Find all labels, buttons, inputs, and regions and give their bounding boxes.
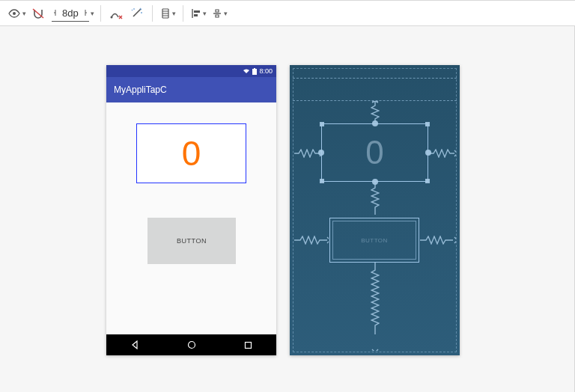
orientation-button[interactable] — [28, 3, 49, 24]
constraint-spring-icon — [420, 236, 456, 245]
clear-constraints-button[interactable] — [106, 3, 127, 24]
status-bar: 8:00 — [106, 65, 276, 77]
blueprint-statusbar — [293, 68, 457, 79]
resize-handle[interactable] — [320, 122, 324, 126]
grid-spacing-button[interactable]: 8dp ▾ — [49, 3, 96, 24]
pack-vertical-icon — [212, 8, 222, 19]
separator — [183, 5, 183, 22]
blueprint-textview-text: 0 — [365, 134, 383, 171]
guidelines-button[interactable]: ▾ — [157, 3, 178, 24]
blueprint-view[interactable]: 0 BUTTON — [290, 65, 460, 355]
blueprint-button-inner — [332, 221, 416, 260]
right-bracket-icon — [80, 9, 88, 16]
align-left-icon — [191, 8, 201, 19]
wand-icon — [130, 7, 144, 19]
recents-icon — [244, 341, 252, 349]
design-toolbar: ▾ 8dp ▾ ▾ ▾ ▾ — [0, 1, 575, 26]
blueprint-appbar — [293, 79, 457, 101]
chevron-down-icon: ▾ — [172, 10, 176, 17]
pack-button[interactable]: ▾ — [209, 3, 230, 24]
svg-point-6 — [189, 342, 195, 349]
textview-widget[interactable]: 0 — [136, 123, 246, 183]
blueprint-button[interactable]: BUTTON — [329, 218, 419, 263]
back-icon — [130, 340, 139, 349]
device-preview[interactable]: 8:00 MyAppliTapC 0 BUTTON — [106, 65, 276, 355]
guidelines-icon — [160, 7, 171, 19]
grid-value: 8dp — [62, 7, 79, 19]
svg-rect-7 — [246, 342, 252, 348]
android-navbar — [106, 334, 276, 355]
textview-text: 0 — [182, 133, 201, 174]
chevron-down-icon: ▾ — [22, 10, 26, 17]
svg-point-1 — [110, 16, 112, 18]
left-bracket-icon — [53, 9, 61, 16]
layout-body[interactable]: 0 BUTTON — [106, 102, 276, 334]
wifi-icon — [243, 68, 250, 74]
svg-rect-3 — [194, 14, 198, 16]
svg-point-0 — [13, 12, 16, 15]
button-widget[interactable]: BUTTON — [147, 218, 236, 264]
constraint-spring-icon — [429, 149, 456, 158]
clear-constraints-icon — [109, 7, 123, 19]
chevron-down-icon: ▾ — [91, 10, 94, 17]
separator — [100, 5, 101, 22]
resize-handle[interactable] — [425, 122, 430, 126]
align-button[interactable]: ▾ — [188, 3, 209, 24]
resize-handle[interactable] — [320, 179, 324, 183]
svg-rect-2 — [194, 10, 200, 13]
design-canvas[interactable]: 8:00 MyAppliTapC 0 BUTTON — [0, 26, 575, 392]
eye-icon — [7, 8, 21, 19]
constraint-spring-icon — [371, 182, 380, 218]
chevron-down-icon: ▾ — [203, 10, 207, 17]
constraint-spring-icon — [294, 236, 329, 245]
blueprint-textview[interactable]: 0 — [321, 123, 428, 182]
status-time: 8:00 — [259, 67, 273, 75]
svg-rect-4 — [252, 69, 257, 75]
view-mode-button[interactable]: ▾ — [4, 3, 28, 24]
resize-handle[interactable] — [425, 179, 430, 183]
app-title: MyAppliTapC — [114, 85, 167, 95]
button-label: BUTTON — [177, 237, 207, 245]
home-icon — [187, 340, 196, 349]
constraint-spring-icon — [371, 263, 380, 351]
separator — [152, 5, 153, 22]
magnet-off-icon — [31, 7, 46, 19]
battery-icon — [252, 68, 257, 75]
constraint-spring-icon — [294, 149, 321, 158]
chevron-down-icon: ▾ — [224, 10, 228, 17]
app-bar: MyAppliTapC — [106, 77, 276, 102]
constraint-spring-icon — [371, 101, 380, 123]
svg-rect-5 — [254, 68, 255, 69]
infer-constraints-button[interactable] — [127, 3, 147, 24]
